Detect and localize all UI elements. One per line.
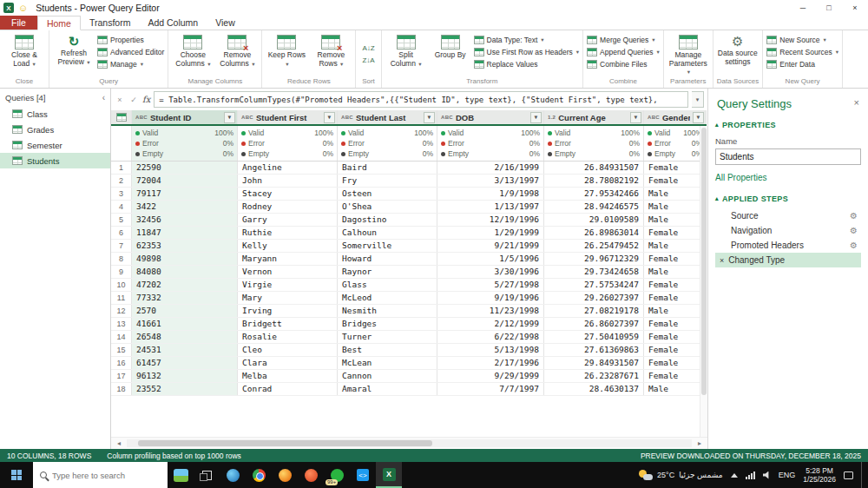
cell[interactable]: Female bbox=[644, 227, 707, 239]
row-number[interactable]: 15 bbox=[111, 344, 132, 356]
weather-widget[interactable]: 25°C مشمس جزئيا bbox=[639, 470, 723, 480]
formula-input[interactable]: = Table.TransformColumnTypes(#"Promoted … bbox=[154, 91, 688, 108]
cell[interactable]: Female bbox=[644, 292, 707, 304]
cell[interactable]: Maryann bbox=[238, 253, 338, 265]
taskbar-app-brave[interactable] bbox=[298, 462, 324, 488]
cell[interactable]: Cannon bbox=[338, 370, 437, 382]
row-number[interactable]: 12 bbox=[111, 305, 132, 317]
column-header-student-id[interactable]: ABCStudent ID▾ bbox=[132, 110, 238, 124]
action-center-icon[interactable] bbox=[844, 472, 853, 479]
taskbar-app-edge[interactable] bbox=[220, 462, 246, 488]
cell[interactable]: Female bbox=[644, 357, 707, 369]
cell[interactable]: Ruthie bbox=[238, 227, 338, 239]
applied-steps-section-header[interactable]: ▴ APPLIED STEPS bbox=[715, 195, 861, 203]
row-number[interactable]: 16 bbox=[111, 357, 132, 369]
column-filter-icon[interactable]: ▾ bbox=[530, 112, 542, 123]
row-number[interactable]: 2 bbox=[111, 175, 132, 187]
manage-button[interactable]: Manage▾ bbox=[97, 60, 164, 69]
cell[interactable]: 27.95342466 bbox=[544, 188, 644, 200]
collapse-pane-icon[interactable]: ‹ bbox=[102, 93, 105, 102]
split-column-button[interactable]: Split Column ▾ bbox=[385, 32, 427, 68]
cell[interactable]: 2/16/1999 bbox=[437, 162, 544, 174]
hidden-icons-chevron[interactable] bbox=[731, 473, 738, 478]
column-filter-icon[interactable]: ▾ bbox=[224, 112, 235, 123]
cell[interactable]: 28.94246575 bbox=[544, 201, 644, 213]
cell[interactable]: 49898 bbox=[132, 253, 238, 265]
cell[interactable]: 96132 bbox=[132, 370, 238, 382]
use-first-row-as-headers-button[interactable]: Use First Row as Headers▾ bbox=[474, 48, 579, 56]
cell[interactable]: Calhoun bbox=[338, 227, 437, 239]
cell[interactable]: 7/7/1997 bbox=[437, 383, 544, 395]
cell[interactable]: Bridgett bbox=[238, 318, 338, 330]
cell[interactable]: 26.25479452 bbox=[544, 240, 644, 252]
cell[interactable]: 3422 bbox=[132, 201, 238, 213]
cell[interactable]: Osteen bbox=[338, 188, 437, 200]
cell[interactable]: 29.0109589 bbox=[544, 214, 644, 226]
cell[interactable]: 32456 bbox=[132, 214, 238, 226]
cell[interactable]: 47202 bbox=[132, 279, 238, 291]
column-header-current-age[interactable]: 1.2Current Age▾ bbox=[544, 110, 644, 124]
cell[interactable]: 9/29/1999 bbox=[437, 370, 544, 382]
row-number[interactable]: 9 bbox=[111, 266, 132, 278]
taskbar-widget-news[interactable] bbox=[168, 462, 194, 488]
applied-step-source[interactable]: Source⚙ bbox=[715, 208, 861, 223]
cell[interactable]: O'Shea bbox=[338, 201, 437, 213]
new-source-button[interactable]: New Source▾ bbox=[766, 36, 838, 44]
manage-parameters-button[interactable]: Manage Parameters ▾ bbox=[667, 32, 709, 76]
cell[interactable]: Cleo bbox=[238, 344, 338, 356]
row-number[interactable]: 8 bbox=[111, 253, 132, 265]
cell[interactable]: 11847 bbox=[132, 227, 238, 239]
cell[interactable]: Conrad bbox=[238, 383, 338, 395]
column-type-icon[interactable]: 1.2 bbox=[548, 115, 556, 120]
group-by-button[interactable]: Group By bbox=[430, 32, 471, 60]
choose-columns-button[interactable]: Choose Columns ▾ bbox=[172, 32, 214, 68]
search-input[interactable] bbox=[52, 471, 167, 480]
cell[interactable]: Angeline bbox=[238, 162, 338, 174]
maximize-button[interactable]: □ bbox=[816, 0, 842, 16]
cell[interactable]: 26.84931507 bbox=[544, 162, 644, 174]
cell[interactable]: 84080 bbox=[132, 266, 238, 278]
cell[interactable]: Raynor bbox=[338, 266, 437, 278]
cell[interactable]: 22590 bbox=[132, 162, 238, 174]
cell[interactable]: Irving bbox=[238, 305, 338, 317]
cell[interactable]: Male bbox=[644, 305, 707, 317]
tab-transform[interactable]: Transform bbox=[81, 16, 139, 30]
taskbar-app-firefox[interactable] bbox=[272, 462, 298, 488]
column-type-icon[interactable]: ABC bbox=[241, 115, 253, 120]
cell[interactable]: 77332 bbox=[132, 292, 238, 304]
cell[interactable]: Rosalie bbox=[238, 331, 338, 343]
row-number[interactable]: 13 bbox=[111, 318, 132, 330]
cell[interactable]: McLeod bbox=[338, 292, 437, 304]
column-header-student-last[interactable]: ABCStudent Last▾ bbox=[338, 110, 437, 124]
cell[interactable]: Nesmith bbox=[338, 305, 437, 317]
cell[interactable]: 27.50410959 bbox=[544, 331, 644, 343]
cell[interactable]: 5/27/1998 bbox=[437, 279, 544, 291]
applied-step-navigation[interactable]: Navigation⚙ bbox=[715, 223, 861, 238]
cell[interactable]: John bbox=[238, 175, 338, 187]
select-all-corner[interactable] bbox=[111, 110, 132, 124]
cell[interactable]: Male bbox=[644, 188, 707, 200]
minimize-button[interactable]: ─ bbox=[790, 0, 816, 16]
close-and-load-button[interactable]: Close & Load ▾ bbox=[3, 32, 45, 68]
merge-queries-button[interactable]: Merge Queries▾ bbox=[587, 36, 660, 44]
close-window-button[interactable]: × bbox=[842, 0, 868, 16]
cell[interactable]: Mary bbox=[238, 292, 338, 304]
cell[interactable]: 1/9/1998 bbox=[437, 188, 544, 200]
column-header-gender[interactable]: ABCGender▾ bbox=[644, 110, 707, 124]
cell[interactable]: Male bbox=[644, 201, 707, 213]
enter-data-button[interactable]: Enter Data bbox=[766, 60, 838, 69]
data-source-settings-button[interactable]: ⚙ Data source settings bbox=[717, 32, 759, 66]
cell[interactable]: 27.57534247 bbox=[544, 279, 644, 291]
cell[interactable]: Glass bbox=[338, 279, 437, 291]
cell[interactable]: Female bbox=[644, 162, 707, 174]
cell[interactable]: 9/21/1999 bbox=[437, 240, 544, 252]
cell[interactable]: 24531 bbox=[132, 344, 238, 356]
commit-formula-icon[interactable]: ✓ bbox=[128, 96, 139, 104]
cell[interactable]: 2/12/1999 bbox=[437, 318, 544, 330]
cell[interactable]: 28.4630137 bbox=[544, 383, 644, 395]
cell[interactable]: Virgie bbox=[238, 279, 338, 291]
advanced-editor-button[interactable]: Advanced Editor bbox=[97, 48, 164, 56]
cell[interactable]: Best bbox=[338, 344, 437, 356]
cell[interactable]: Female bbox=[644, 344, 707, 356]
column-type-icon[interactable]: ABC bbox=[648, 115, 660, 120]
